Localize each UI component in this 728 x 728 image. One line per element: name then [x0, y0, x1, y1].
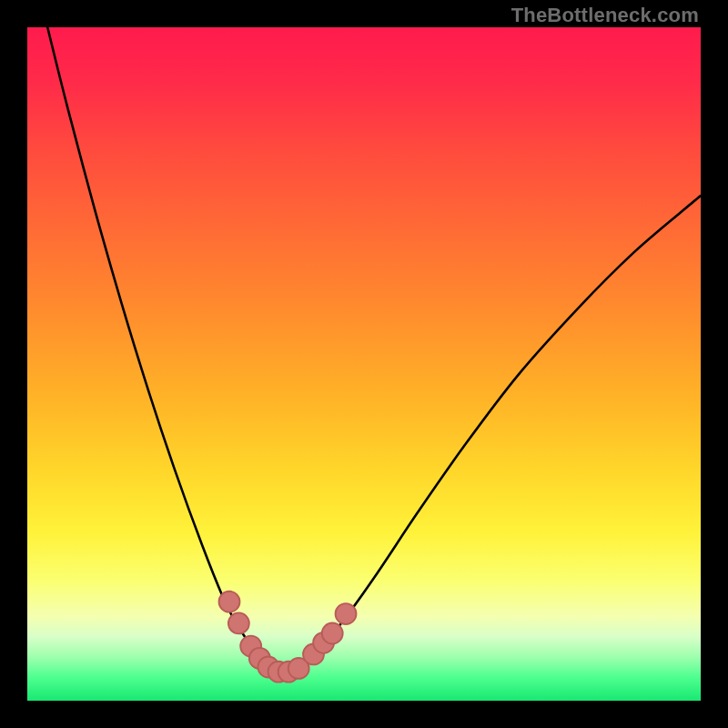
plot-area	[27, 27, 701, 701]
marker-dot	[228, 612, 249, 633]
marker-dot	[336, 603, 357, 624]
marker-dot	[219, 592, 240, 612]
curve-layer	[27, 27, 701, 701]
watermark-text: TheBottleneck.com	[511, 4, 699, 27]
marker-group	[219, 592, 357, 682]
bottleneck-curve	[47, 27, 701, 672]
chart-stage: TheBottleneck.com	[0, 0, 728, 728]
marker-dot	[322, 623, 343, 644]
